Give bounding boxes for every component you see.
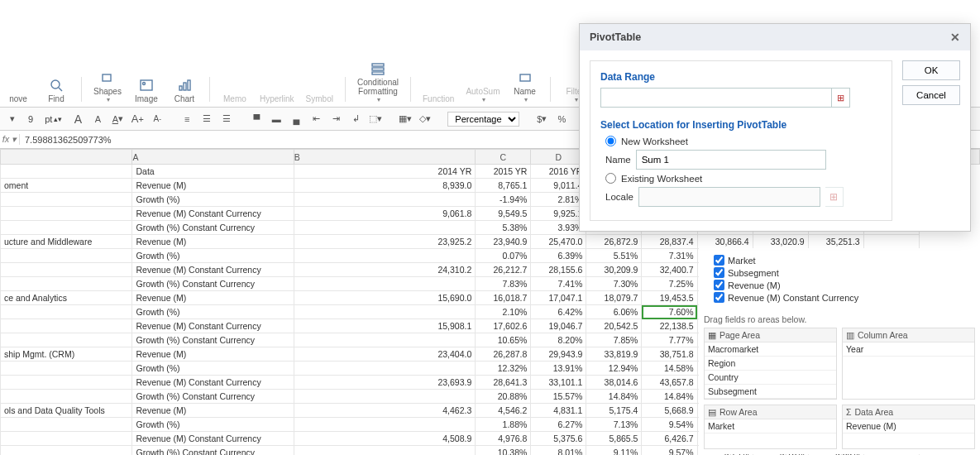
area-item[interactable]: Country bbox=[705, 371, 836, 385]
data-cell[interactable]: 43,657.8 bbox=[642, 376, 697, 390]
merge-icon[interactable]: ⬚▾ bbox=[368, 112, 383, 127]
data-cell[interactable]: 1.88% bbox=[476, 418, 531, 432]
data-cell[interactable]: 7.41% bbox=[531, 277, 586, 291]
data-cell[interactable]: 2.81% bbox=[531, 193, 586, 207]
metric-cell[interactable]: Growth (%) Constant Currency bbox=[132, 333, 294, 347]
data-cell[interactable] bbox=[294, 362, 475, 376]
metric-cell[interactable]: Revenue (M) bbox=[132, 179, 294, 193]
data-cell[interactable]: 9.54% bbox=[642, 418, 697, 432]
data-cell[interactable]: 19,453.5 bbox=[642, 291, 697, 305]
data-cell[interactable] bbox=[294, 390, 475, 404]
data-cell[interactable]: 9,549.5 bbox=[476, 207, 531, 221]
data-cell[interactable] bbox=[294, 193, 475, 207]
year-header[interactable]: 2014 YR bbox=[294, 165, 475, 179]
category-cell[interactable]: ship Mgmt. (CRM) bbox=[1, 347, 132, 362]
data-cell[interactable]: 32,400.7 bbox=[642, 263, 697, 277]
font-grow-icon[interactable]: A bbox=[70, 112, 85, 127]
data-cell[interactable] bbox=[294, 333, 475, 347]
category-cell[interactable] bbox=[1, 263, 132, 277]
col-header-A[interactable]: A bbox=[132, 150, 294, 165]
category-cell[interactable]: ucture and Middleware bbox=[1, 235, 132, 249]
data-cell[interactable]: 6.06% bbox=[586, 305, 642, 319]
metric-cell[interactable]: Growth (%) Constant Currency bbox=[132, 277, 294, 291]
field-checkbox[interactable]: Subsegment bbox=[714, 267, 975, 278]
dropdown-caret-icon[interactable]: ▾ bbox=[5, 112, 20, 127]
shapes-tool[interactable]: Shapes bbox=[93, 70, 122, 103]
data-cell[interactable]: 5,865.5 bbox=[586, 432, 642, 446]
hyperlink-tool[interactable]: Hyperlink bbox=[260, 78, 294, 103]
close-icon[interactable]: ✕ bbox=[950, 31, 960, 44]
data-cell[interactable]: 23,404.0 bbox=[294, 347, 475, 362]
number-format-select[interactable]: Percentage bbox=[447, 112, 519, 127]
data-cell[interactable]: 18,079.7 bbox=[586, 291, 642, 305]
category-cell[interactable] bbox=[1, 277, 132, 291]
data-cell[interactable]: 8,939.0 bbox=[294, 179, 475, 193]
data-cell[interactable]: 5,375.6 bbox=[531, 432, 586, 446]
metric-cell[interactable]: Growth (%) Constant Currency bbox=[132, 221, 294, 235]
area-item[interactable]: Macromarket bbox=[705, 342, 836, 357]
data-cell[interactable]: 7.77% bbox=[642, 333, 697, 347]
data-cell[interactable]: 17,047.1 bbox=[531, 291, 586, 305]
image-tool[interactable]: Image bbox=[133, 78, 160, 103]
data-cell[interactable]: 6.39% bbox=[531, 249, 586, 263]
data-cell[interactable]: 5.51% bbox=[586, 249, 642, 263]
metric-cell[interactable]: Revenue (M) Constant Currency bbox=[132, 263, 294, 277]
category-cell[interactable] bbox=[1, 193, 132, 207]
data-cell[interactable]: -1.94% bbox=[476, 193, 531, 207]
category-cell[interactable]: ols and Data Quality Tools bbox=[1, 404, 132, 418]
data-cell[interactable]: 7.31% bbox=[642, 249, 697, 263]
font-bigger-icon[interactable]: A+ bbox=[130, 112, 145, 127]
area-item[interactable]: Region bbox=[705, 357, 836, 371]
data-cell[interactable]: 7.60% bbox=[642, 305, 697, 319]
data-cell[interactable]: 24,310.2 bbox=[294, 263, 475, 277]
category-cell[interactable] bbox=[1, 305, 132, 319]
data-cell[interactable]: 5.38% bbox=[476, 221, 531, 235]
data-cell[interactable]: 10.65% bbox=[476, 333, 531, 347]
autosum-tool[interactable]: AutoSum bbox=[466, 70, 500, 103]
data-cell[interactable]: 17,602.6 bbox=[476, 319, 531, 333]
metric-cell[interactable]: Revenue (M) Constant Currency bbox=[132, 376, 294, 390]
data-cell[interactable]: 30,866.4 bbox=[697, 235, 753, 249]
data-cell[interactable]: 9,011.4 bbox=[531, 179, 586, 193]
data-cell[interactable]: 6.27% bbox=[531, 418, 586, 432]
valign-mid-icon[interactable]: ▬ bbox=[269, 112, 284, 127]
data-cell[interactable]: 12.94% bbox=[586, 362, 642, 376]
data-cell[interactable] bbox=[294, 277, 475, 291]
column-area[interactable]: ▥Column Area Year bbox=[842, 328, 975, 400]
field-checkbox[interactable]: Market bbox=[714, 255, 975, 266]
col-header-D[interactable]: D bbox=[531, 150, 586, 165]
data-cell[interactable]: 9,925.1 bbox=[531, 207, 586, 221]
data-cell[interactable]: 8.20% bbox=[531, 333, 586, 347]
col-header-C[interactable]: C bbox=[476, 150, 531, 165]
data-cell[interactable]: 14.84% bbox=[642, 390, 697, 404]
category-cell[interactable]: oment bbox=[1, 179, 132, 193]
data-cell[interactable]: 25,470.0 bbox=[531, 235, 586, 249]
align-left-icon[interactable]: ≡ bbox=[179, 112, 194, 127]
data-cell[interactable]: 5,668.9 bbox=[642, 404, 697, 418]
category-cell[interactable] bbox=[1, 319, 132, 333]
symbol-tool[interactable]: Symbol bbox=[306, 78, 333, 103]
fx-icon[interactable]: fx ▾ bbox=[0, 134, 20, 145]
data-cell[interactable]: 7.30% bbox=[586, 277, 642, 291]
border-icon[interactable]: ▦▾ bbox=[398, 112, 413, 127]
data-cell[interactable] bbox=[294, 221, 475, 235]
data-cell[interactable]: 7.83% bbox=[476, 277, 531, 291]
data-cell[interactable]: 28,641.3 bbox=[476, 376, 531, 390]
data-cell[interactable]: 0.07% bbox=[476, 249, 531, 263]
data-cell[interactable]: 14.84% bbox=[586, 390, 642, 404]
data-cell[interactable]: 19,046.7 bbox=[531, 319, 586, 333]
data-cell[interactable] bbox=[294, 249, 475, 263]
page-area[interactable]: ▦Page Area MacromarketRegionCountrySubse… bbox=[704, 328, 837, 400]
metric-cell[interactable]: Growth (%) bbox=[132, 193, 294, 207]
data-cell[interactable]: 33,101.1 bbox=[531, 376, 586, 390]
data-cell[interactable]: 4,976.8 bbox=[476, 432, 531, 446]
data-cell[interactable]: 7.85% bbox=[586, 333, 642, 347]
row-area[interactable]: ▤Row Area Market bbox=[704, 405, 837, 449]
area-item[interactable]: Year bbox=[843, 342, 974, 357]
data-cell[interactable]: 23,925.2 bbox=[294, 235, 475, 249]
year-header[interactable]: 2016 YR bbox=[531, 165, 586, 179]
data-cell[interactable]: 23,940.9 bbox=[476, 235, 531, 249]
metric-cell[interactable]: Revenue (M) bbox=[132, 404, 294, 418]
data-cell[interactable]: 16,018.7 bbox=[476, 291, 531, 305]
data-cell[interactable]: 6,426.7 bbox=[642, 432, 697, 446]
